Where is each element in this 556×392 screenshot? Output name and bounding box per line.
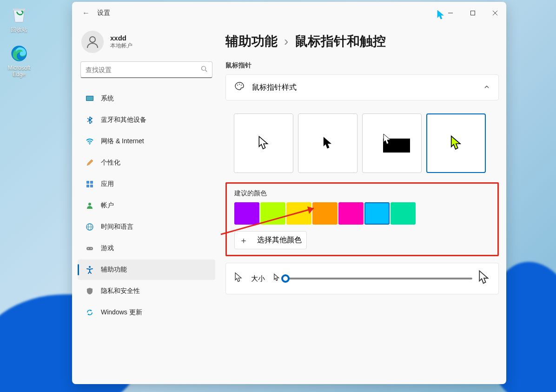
color-swatch-yellow[interactable]	[286, 202, 311, 225]
nav-item-network[interactable]: 网络 & Internet	[78, 131, 215, 152]
pointer-style-grid	[225, 104, 499, 179]
svg-rect-0	[13, 9, 26, 11]
nav-label: 网络 & Internet	[101, 137, 144, 146]
cursor-small-icon	[273, 273, 280, 284]
wifi-icon	[85, 137, 94, 146]
pointer-style-header[interactable]: 鼠标指针样式	[225, 74, 499, 100]
suggested-colors-section: 建议的颜色 ＋ 选择其他颜色	[225, 182, 499, 256]
color-swatch-purple[interactable]	[234, 202, 259, 225]
accessibility-icon	[85, 265, 94, 274]
chevron-up-icon	[483, 84, 490, 92]
nav-item-bluetooth[interactable]: 蓝牙和其他设备	[78, 110, 215, 130]
recycle-bin-label: 回收站	[11, 26, 27, 34]
person-icon	[85, 201, 94, 210]
color-swatch-orange[interactable]	[312, 202, 338, 225]
svg-rect-13	[90, 181, 93, 184]
nav-label: 个性化	[101, 159, 120, 167]
back-button[interactable]: ←	[78, 5, 94, 21]
apps-icon	[85, 179, 94, 189]
size-label: 大小	[251, 274, 265, 283]
pointer-style-inverted[interactable]	[362, 113, 422, 173]
search-input[interactable]	[86, 66, 201, 73]
settings-window: ← 设置 xxdd 本地帐户	[72, 2, 506, 384]
svg-rect-3	[471, 11, 475, 15]
cursor-large-icon	[478, 270, 490, 287]
cursor-icon	[234, 272, 243, 285]
close-button[interactable]	[484, 2, 506, 24]
section-pointer-label: 鼠标指针	[225, 61, 499, 70]
suggested-colors-label: 建议的颜色	[234, 189, 490, 198]
nav-label: 时间和语言	[101, 223, 133, 231]
pointer-style-label: 鼠标指针样式	[252, 83, 297, 93]
nav-label: 系统	[101, 94, 114, 103]
avatar	[81, 31, 104, 53]
nav-label: Windows 更新	[101, 308, 142, 317]
svg-rect-20	[86, 247, 93, 250]
nav-label: 隐私和安全性	[101, 287, 140, 295]
gamepad-icon	[85, 244, 94, 253]
plus-icon: ＋	[239, 236, 248, 245]
search-input-container[interactable]	[80, 61, 212, 78]
breadcrumb-separator: ›	[284, 34, 288, 49]
nav-item-accounts[interactable]: 帐户	[78, 195, 215, 216]
svg-point-21	[88, 248, 89, 249]
breadcrumb-parent[interactable]: 辅助功能	[225, 33, 278, 50]
user-card[interactable]: xxdd 本地帐户	[76, 28, 217, 61]
color-swatch-teal[interactable]	[391, 202, 416, 225]
breadcrumb-current: 鼠标指针和触控	[295, 33, 386, 50]
nav-label: 辅助功能	[101, 266, 127, 274]
svg-point-7	[202, 66, 206, 71]
sidebar: xxdd 本地帐户 系统 蓝牙和其他设备	[72, 24, 221, 384]
svg-point-25	[239, 84, 240, 85]
nav-item-personalization[interactable]: 个性化	[78, 153, 215, 173]
slider-thumb[interactable]	[281, 274, 290, 283]
color-swatch-lime[interactable]	[260, 202, 285, 225]
pointer-style-white[interactable]	[234, 113, 293, 173]
edge-browser-icon[interactable]: Microsoft Edge	[3, 43, 35, 78]
nav-label: 帐户	[101, 201, 114, 210]
nav-item-windows-update[interactable]: Windows 更新	[78, 302, 215, 323]
recycle-bin-icon[interactable]: 回收站	[3, 5, 35, 34]
svg-point-23	[89, 266, 91, 268]
app-title: 设置	[97, 9, 110, 17]
svg-point-11	[89, 144, 90, 145]
nav-item-accessibility[interactable]: 辅助功能	[78, 259, 215, 280]
palette-icon	[234, 81, 245, 93]
maximize-button[interactable]	[462, 2, 484, 24]
edge-label: Microsoft Edge	[3, 65, 35, 78]
minimize-button[interactable]	[439, 2, 462, 24]
globe-icon	[85, 222, 94, 232]
choose-other-color-label: 选择其他颜色	[257, 235, 302, 245]
pointer-size-slider[interactable]	[285, 278, 472, 279]
nav-list: 系统 蓝牙和其他设备 网络 & Internet	[76, 86, 217, 326]
nav-label: 蓝牙和其他设备	[101, 116, 146, 124]
nav-item-apps[interactable]: 应用	[78, 174, 215, 194]
nav-label: 游戏	[101, 244, 114, 252]
trash-icon	[9, 5, 29, 25]
nav-item-privacy[interactable]: 隐私和安全性	[78, 281, 215, 301]
svg-point-16	[88, 203, 91, 206]
svg-line-8	[205, 70, 207, 72]
svg-point-22	[91, 248, 92, 249]
breadcrumb: 辅助功能 › 鼠标指针和触控	[225, 33, 499, 50]
update-icon	[85, 308, 94, 317]
display-icon	[85, 94, 94, 103]
bluetooth-icon	[85, 115, 94, 125]
shield-icon	[85, 286, 94, 296]
svg-rect-15	[90, 185, 93, 187]
nav-item-system[interactable]: 系统	[78, 88, 215, 109]
color-swatch-magenta[interactable]	[338, 202, 364, 225]
nav-item-gaming[interactable]: 游戏	[78, 238, 215, 259]
color-swatch-cyan[interactable]	[364, 202, 390, 225]
pointer-style-custom-color[interactable]	[426, 113, 486, 173]
main-content: 辅助功能 › 鼠标指针和触控 鼠标指针 鼠标指针样式	[221, 24, 506, 384]
svg-rect-12	[86, 181, 89, 184]
svg-rect-14	[86, 185, 89, 187]
nav-item-time-language[interactable]: 时间和语言	[78, 217, 215, 237]
brush-icon	[85, 158, 94, 167]
choose-other-color-button[interactable]: ＋ 选择其他颜色	[234, 231, 307, 249]
color-swatches	[234, 202, 490, 225]
pointer-style-black[interactable]	[298, 113, 357, 173]
svg-rect-10	[86, 96, 93, 100]
svg-point-24	[237, 85, 238, 86]
